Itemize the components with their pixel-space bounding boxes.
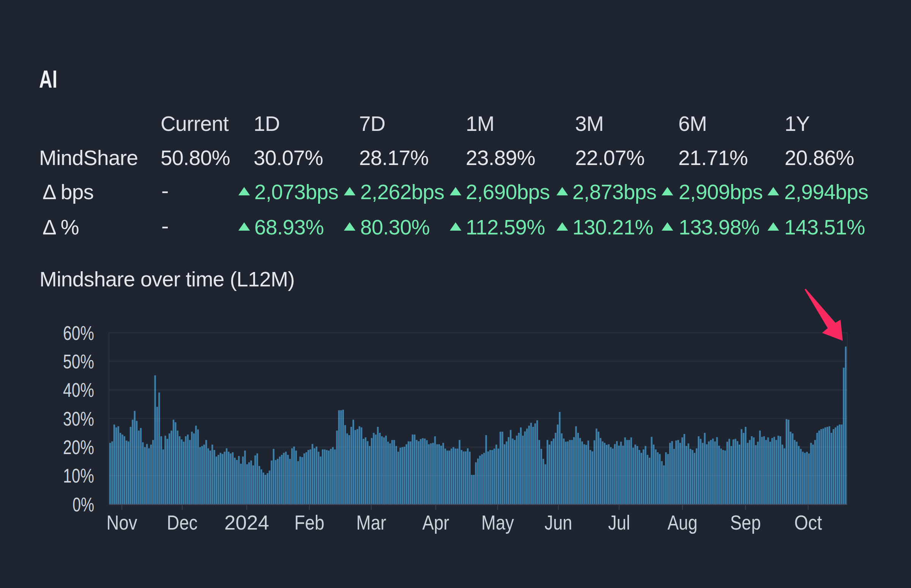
svg-text:2,909bps: 2,909bps xyxy=(679,180,763,204)
svg-text:28.17%: 28.17% xyxy=(359,146,429,170)
svg-text:2,262bps: 2,262bps xyxy=(360,180,445,204)
svg-text:80.30%: 80.30% xyxy=(360,215,430,239)
svg-text:2,994bps: 2,994bps xyxy=(784,180,869,204)
svg-text:Jul: Jul xyxy=(608,511,630,534)
svg-text:40%: 40% xyxy=(63,379,94,401)
svg-text:21.71%: 21.71% xyxy=(678,146,748,170)
svg-text:2024: 2024 xyxy=(224,511,269,534)
svg-text:0%: 0% xyxy=(73,494,94,515)
svg-text:30.07%: 30.07% xyxy=(254,146,323,170)
svg-text:MindShare: MindShare xyxy=(39,146,138,170)
svg-text:Dec: Dec xyxy=(167,511,198,534)
svg-text:Jun: Jun xyxy=(545,511,573,534)
svg-text:-: - xyxy=(161,214,168,238)
svg-text:Oct: Oct xyxy=(794,511,822,534)
svg-text:68.93%: 68.93% xyxy=(254,215,324,239)
svg-text:1D: 1D xyxy=(254,112,280,136)
svg-text:Mar: Mar xyxy=(356,511,387,534)
svg-text:3M: 3M xyxy=(575,112,604,136)
svg-text:130.21%: 130.21% xyxy=(573,215,653,239)
svg-text:AI: AI xyxy=(39,66,57,92)
svg-text:1M: 1M xyxy=(466,112,494,136)
svg-text:2,690bps: 2,690bps xyxy=(466,180,550,204)
svg-text:Feb: Feb xyxy=(294,511,325,534)
svg-text:Apr: Apr xyxy=(422,511,450,534)
svg-text:60%: 60% xyxy=(63,322,94,344)
svg-text:Mindshare over time (L12M): Mindshare over time (L12M) xyxy=(39,267,294,291)
svg-text:133.98%: 133.98% xyxy=(679,215,759,239)
svg-text:-: - xyxy=(161,179,168,203)
svg-text:6M: 6M xyxy=(678,112,707,136)
svg-text:2,073bps: 2,073bps xyxy=(254,180,338,204)
svg-text:112.59%: 112.59% xyxy=(466,215,545,239)
svg-text:20.86%: 20.86% xyxy=(785,146,854,170)
svg-text:Sep: Sep xyxy=(730,511,761,534)
svg-text:1Y: 1Y xyxy=(785,112,810,136)
svg-text:Δ %: Δ % xyxy=(42,215,79,239)
svg-text:Aug: Aug xyxy=(668,511,698,534)
svg-text:7D: 7D xyxy=(359,112,385,136)
svg-text:10%: 10% xyxy=(63,465,94,487)
svg-text:20%: 20% xyxy=(63,436,94,458)
svg-text:Δ bps: Δ bps xyxy=(42,180,94,204)
svg-text:23.89%: 23.89% xyxy=(466,146,535,170)
svg-text:30%: 30% xyxy=(63,408,94,430)
svg-text:50%: 50% xyxy=(63,351,94,373)
svg-text:50.80%: 50.80% xyxy=(160,146,230,170)
svg-text:2,873bps: 2,873bps xyxy=(573,180,657,204)
svg-text:22.07%: 22.07% xyxy=(575,146,644,170)
svg-text:143.51%: 143.51% xyxy=(784,215,865,239)
svg-text:Nov: Nov xyxy=(107,511,138,534)
svg-text:May: May xyxy=(481,511,514,534)
svg-text:Current: Current xyxy=(160,112,229,136)
